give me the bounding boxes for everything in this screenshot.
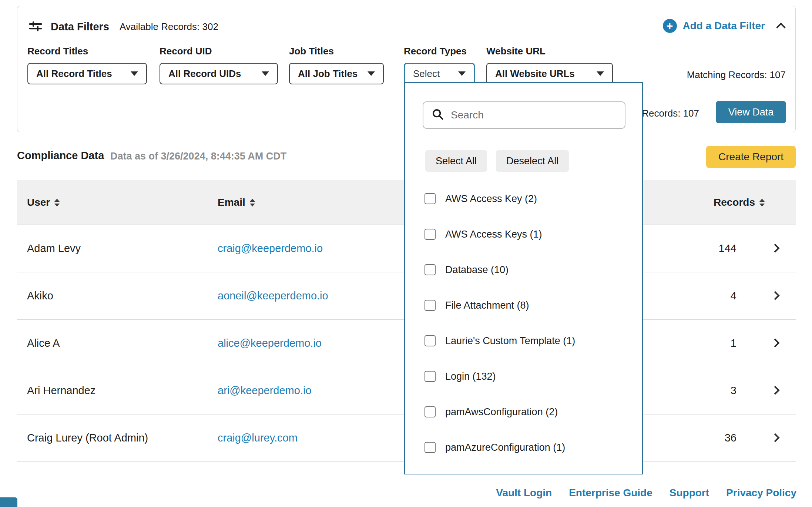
records-count: 4	[731, 272, 736, 319]
row-chevron-right-icon[interactable]	[771, 433, 779, 442]
filter-record-titles-select[interactable]: All Record Titles	[27, 63, 147, 84]
user-email-link[interactable]: ari@keeperdemo.io	[218, 367, 312, 414]
column-header-records-label: Records	[714, 197, 755, 208]
collapse-panel-chevron-up-icon[interactable]	[776, 23, 785, 32]
filter-record-types: Record Types Select	[404, 46, 475, 84]
record-type-option[interactable]: pamAzureConfiguration (1)	[425, 430, 627, 465]
data-filters-title: Data Filters	[51, 21, 109, 33]
column-header-records[interactable]: Records	[714, 180, 765, 225]
column-header-email-label: Email	[218, 197, 245, 208]
footer-link-privacy-policy[interactable]: Privacy Policy	[726, 487, 796, 499]
column-header-user[interactable]: User	[27, 180, 60, 225]
sort-icon	[759, 199, 765, 207]
filter-job-titles-value: All Job Titles	[298, 68, 358, 80]
caret-down-icon	[262, 71, 269, 76]
filter-record-uid-value: All Record UIDs	[168, 68, 241, 80]
records-count: 36	[725, 414, 736, 461]
footer-link-vault-login[interactable]: Vault Login	[496, 487, 552, 499]
user-email-link[interactable]: aoneil@keeperdemo.io	[218, 272, 328, 319]
checkbox-unchecked[interactable]	[425, 371, 436, 382]
checkbox-unchecked[interactable]	[425, 442, 436, 453]
record-type-option-label: Login (132)	[445, 371, 496, 382]
filter-record-types-value: Select	[413, 68, 440, 80]
select-all-button[interactable]: Select All	[425, 150, 487, 172]
data-as-of-timestamp: Data as of 3/26/2024, 8:44:35 AM CDT	[110, 151, 286, 162]
row-chevron-right-icon[interactable]	[771, 386, 779, 394]
record-type-option-label: Database (10)	[445, 264, 509, 276]
checkbox-unchecked[interactable]	[425, 406, 436, 417]
user-email-link[interactable]: craig@lurey.com	[218, 414, 298, 461]
records-count: 3	[731, 367, 736, 414]
record-type-option-label: AWS Access Key (2)	[445, 193, 537, 205]
record-type-option-label: File Attachment (8)	[445, 300, 529, 311]
filter-record-types-label: Record Types	[404, 46, 475, 57]
record-type-option[interactable]: pamAwsConfiguration (2)	[425, 394, 627, 430]
user-name: Craig Lurey (Root Admin)	[27, 414, 148, 461]
filter-website-url-select[interactable]: All Website URLs	[486, 63, 613, 84]
sort-icon	[54, 199, 60, 207]
add-data-filter-label: Add a Data Filter	[683, 20, 765, 32]
caret-down-icon	[368, 71, 375, 76]
footer-link-support[interactable]: Support	[670, 487, 709, 499]
available-records-count: Available Records: 302	[120, 21, 218, 33]
data-filters-header-actions: + Add a Data Filter	[663, 19, 784, 33]
create-report-button[interactable]: Create Report	[706, 146, 796, 168]
records-count: 144	[719, 225, 736, 272]
filter-job-titles: Job Titles All Job Titles	[289, 46, 384, 84]
filter-record-uid: Record UID All Record UIDs	[160, 46, 278, 84]
filter-record-uid-label: Record UID	[160, 46, 278, 57]
filter-job-titles-select[interactable]: All Job Titles	[289, 63, 384, 84]
checkbox-unchecked[interactable]	[425, 264, 436, 275]
filter-record-uid-select[interactable]: All Record UIDs	[160, 63, 278, 84]
deselect-all-button[interactable]: Deselect All	[496, 150, 569, 172]
caret-down-icon	[597, 71, 604, 76]
plus-icon: +	[663, 19, 677, 33]
filter-website-url: Website URL All Website URLs	[486, 46, 613, 84]
filter-record-types-select[interactable]: Select	[404, 63, 475, 84]
view-data-button[interactable]: View Data	[716, 101, 786, 123]
user-name: Adam Levy	[27, 225, 81, 272]
record-type-option[interactable]: Laurie's Custom Template (1)	[425, 323, 627, 359]
column-header-user-label: User	[27, 197, 50, 208]
record-type-option[interactable]: AWS Access Key (2)	[425, 181, 627, 216]
filter-website-url-value: All Website URLs	[495, 68, 575, 80]
user-email-link[interactable]: craig@keeperdemo.io	[218, 225, 323, 272]
footer-link-enterprise-guide[interactable]: Enterprise Guide	[569, 487, 652, 499]
data-filters-header: Data Filters Available Records: 302	[28, 19, 218, 34]
records-count: 1	[731, 320, 736, 367]
user-name: Alice A	[27, 320, 60, 367]
bottom-left-widget-fragment[interactable]	[0, 497, 17, 507]
matching-records-count: Matching Records: 107	[687, 69, 786, 81]
record-type-option-label: AWS Access Keys (1)	[445, 229, 542, 240]
row-chevron-right-icon[interactable]	[771, 244, 779, 252]
row-chevron-right-icon[interactable]	[771, 338, 779, 347]
row-chevron-right-icon[interactable]	[771, 291, 779, 300]
caret-down-icon	[458, 71, 466, 76]
data-filters-icon	[28, 19, 43, 34]
filter-record-titles-value: All Record Titles	[36, 68, 112, 80]
dropdown-bulk-actions: Select All Deselect All	[425, 150, 569, 172]
compliance-data-title: Compliance Data	[17, 150, 104, 162]
dropdown-search-input[interactable]	[451, 109, 617, 121]
record-type-options-list: AWS Access Key (2) AWS Access Keys (1) D…	[425, 181, 627, 465]
record-type-option[interactable]: Database (10)	[425, 252, 627, 288]
filter-record-titles-label: Record Titles	[27, 46, 147, 57]
checkbox-unchecked[interactable]	[425, 229, 436, 240]
search-icon	[432, 108, 444, 122]
record-type-option[interactable]: Login (132)	[425, 359, 627, 394]
checkbox-unchecked[interactable]	[425, 193, 436, 204]
user-name: Akiko	[27, 272, 53, 319]
record-types-dropdown-panel: Select All Deselect All AWS Access Key (…	[404, 82, 643, 474]
user-name: Ari Hernandez	[27, 367, 95, 414]
record-type-option-label: pamAzureConfiguration (1)	[445, 442, 565, 453]
column-header-email[interactable]: Email	[218, 180, 255, 225]
add-data-filter-button[interactable]: + Add a Data Filter	[663, 19, 765, 33]
record-type-option[interactable]: AWS Access Keys (1)	[425, 216, 627, 252]
filter-website-url-label: Website URL	[486, 46, 613, 57]
checkbox-unchecked[interactable]	[425, 335, 436, 346]
record-type-option-label: Laurie's Custom Template (1)	[445, 335, 575, 347]
record-type-option-label: pamAwsConfiguration (2)	[445, 406, 558, 418]
checkbox-unchecked[interactable]	[425, 300, 436, 311]
record-type-option[interactable]: File Attachment (8)	[425, 288, 627, 323]
user-email-link[interactable]: alice@keeperdemo.io	[218, 320, 322, 367]
